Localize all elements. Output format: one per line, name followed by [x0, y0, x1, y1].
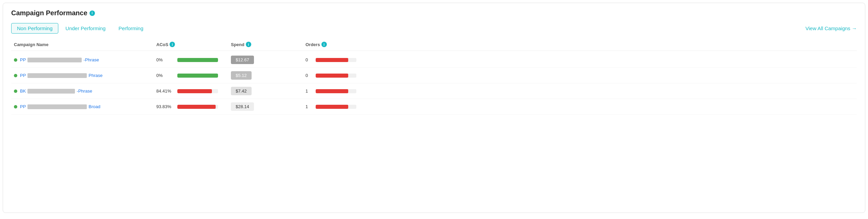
table-body: PP-Phrase0%$12.670PPPhrase0%$5.120BK-Phr… — [11, 52, 857, 115]
orders-bar-container — [316, 105, 356, 109]
redacted-text — [27, 104, 87, 109]
acos-bar-container — [177, 89, 218, 93]
redacted-text — [27, 73, 87, 78]
orders-bar-fill — [316, 105, 348, 109]
col-header-spend: Spend i — [231, 42, 305, 47]
tab-performing[interactable]: Performing — [113, 23, 149, 34]
spend-cell: $5.12 — [231, 71, 305, 80]
campaign-name-cell: PPPhrase — [14, 73, 156, 78]
campaign-name-cell: BK-Phrase — [14, 88, 156, 94]
acos-info-icon[interactable]: i — [170, 42, 175, 47]
orders-bar-fill — [316, 58, 348, 62]
campaign-performance-card: Campaign Performance i Non Performing Un… — [3, 3, 865, 213]
status-dot — [14, 89, 17, 93]
card-title: Campaign Performance — [11, 9, 87, 17]
orders-cell: 1 — [305, 88, 380, 94]
orders-value: 1 — [305, 104, 312, 109]
col-header-name: Campaign Name — [14, 42, 156, 47]
acos-value: 0% — [156, 57, 174, 62]
campaign-name-cell: PP-Phrase — [14, 57, 156, 62]
spend-info-icon[interactable]: i — [246, 42, 251, 47]
orders-cell: 0 — [305, 57, 380, 62]
acos-cell: 84.41% — [156, 88, 231, 94]
spend-badge: $7.42 — [231, 87, 252, 95]
title-info-icon[interactable]: i — [90, 11, 95, 16]
status-dot — [14, 58, 17, 62]
table-row: PPBroad93.83%$28.141 — [11, 99, 857, 115]
orders-value: 1 — [305, 88, 312, 94]
acos-bar-fill — [177, 74, 218, 78]
orders-value: 0 — [305, 57, 312, 62]
acos-bar-fill — [177, 58, 218, 62]
campaign-name-link[interactable]: BK-Phrase — [20, 88, 92, 94]
status-dot — [14, 74, 17, 77]
acos-value: 84.41% — [156, 88, 174, 94]
redacted-text — [27, 89, 75, 94]
orders-cell: 0 — [305, 73, 380, 78]
spend-badge: $28.14 — [231, 102, 254, 111]
acos-bar-container — [177, 105, 218, 109]
acos-bar-fill — [177, 105, 216, 109]
orders-info-icon[interactable]: i — [321, 42, 327, 47]
acos-cell: 93.83% — [156, 104, 231, 109]
spend-cell: $12.67 — [231, 56, 305, 64]
tabs-row: Non Performing Under Performing Performi… — [11, 23, 857, 34]
orders-value: 0 — [305, 73, 312, 78]
spend-badge: $5.12 — [231, 71, 252, 80]
card-header: Campaign Performance i — [11, 9, 857, 17]
campaign-name-link[interactable]: PPPhrase — [20, 73, 103, 78]
campaign-name-link[interactable]: PP-Phrase — [20, 57, 99, 62]
acos-bar-container — [177, 58, 218, 62]
acos-value: 0% — [156, 73, 174, 78]
acos-bar-container — [177, 74, 218, 78]
orders-bar-container — [316, 58, 356, 62]
tab-under-performing[interactable]: Under Performing — [60, 23, 111, 34]
tab-non-performing[interactable]: Non Performing — [11, 23, 58, 34]
acos-bar-fill — [177, 89, 212, 93]
table-row: PP-Phrase0%$12.670 — [11, 52, 857, 68]
tabs-container: Non Performing Under Performing Performi… — [11, 23, 149, 34]
acos-value: 93.83% — [156, 104, 174, 109]
campaign-name-link[interactable]: PPBroad — [20, 104, 100, 109]
campaign-name-cell: PPBroad — [14, 104, 156, 109]
orders-bar-fill — [316, 74, 348, 78]
spend-badge: $12.67 — [231, 56, 254, 64]
table-row: BK-Phrase84.41%$7.421 — [11, 83, 857, 99]
acos-cell: 0% — [156, 57, 231, 62]
redacted-text — [27, 58, 82, 62]
spend-cell: $7.42 — [231, 87, 305, 95]
col-header-empty — [380, 42, 854, 47]
orders-bar-container — [316, 89, 356, 93]
spend-cell: $28.14 — [231, 102, 305, 111]
orders-bar-container — [316, 74, 356, 78]
orders-cell: 1 — [305, 104, 380, 109]
status-dot — [14, 105, 17, 108]
table-row: PPPhrase0%$5.120 — [11, 68, 857, 83]
table-header: Campaign Name ACoS i Spend i Orders i — [11, 42, 857, 51]
acos-cell: 0% — [156, 73, 231, 78]
orders-bar-fill — [316, 89, 348, 93]
col-header-orders: Orders i — [305, 42, 380, 47]
col-header-acos: ACoS i — [156, 42, 231, 47]
view-all-campaigns-link[interactable]: View All Campaigns → — [806, 25, 857, 31]
